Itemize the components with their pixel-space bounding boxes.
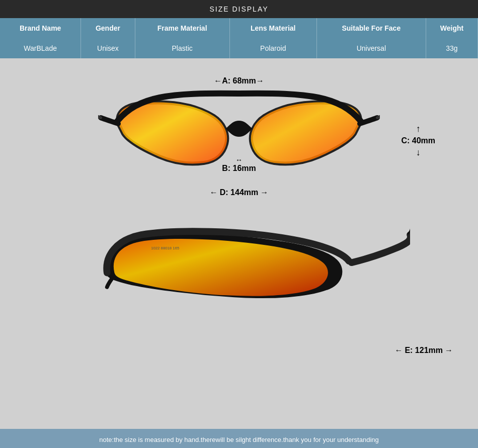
page-header: SIZE DISPLAY	[0, 0, 478, 18]
dim-e-group: ← E: 121mm →	[394, 346, 453, 355]
diagram-area: ← A: 68mm →	[0, 58, 478, 448]
dim-d-text: D: 144mm	[220, 188, 258, 197]
header-title: SIZE DISPLAY	[209, 5, 268, 13]
val-gender: Unisex	[81, 38, 135, 58]
col-weight: Weight	[426, 18, 477, 38]
dim-d-label: ← D: 144mm →	[210, 188, 268, 197]
col-lens-material: Lens Material	[229, 18, 316, 38]
val-weight: 33g	[426, 38, 477, 58]
col-frame-material: Frame Material	[135, 18, 229, 38]
product-info-table: Brand Name Gender Frame Material Lens Ma…	[0, 18, 478, 58]
footer-note-text: note:the size is measured by hand.therew…	[99, 436, 378, 443]
dim-b-group: ↔ B: 16mm	[222, 156, 256, 173]
side-view-diagram: 1022 88018 165 ← E: 121mm →	[15, 219, 463, 365]
glasses-side-svg: 1022 88018 165	[68, 219, 410, 350]
val-lens-material: Polaroid	[229, 38, 316, 58]
dim-c-text: C: 40mm	[401, 136, 435, 145]
col-gender: Gender	[81, 18, 135, 38]
dim-c-group: ↑ C: 40mm ↓	[401, 124, 435, 158]
svg-text:1022  88018  165: 1022 88018 165	[151, 246, 179, 250]
dim-a-label: ← A: 68mm →	[214, 76, 264, 85]
val-frame-material: Plastic	[135, 38, 229, 58]
footer-note: note:the size is measured by hand.therew…	[0, 429, 478, 448]
col-suitable-for-face: Suitable For Face	[316, 18, 426, 38]
glasses-front-svg	[98, 88, 380, 189]
val-brand-name: WarBLade	[0, 38, 81, 58]
dim-b-text: B: 16mm	[222, 164, 256, 173]
dim-e-text: E: 121mm	[405, 346, 443, 355]
dim-a-text: A: 68mm	[222, 76, 256, 85]
col-brand-name: Brand Name	[0, 18, 81, 38]
front-view-diagram: ← A: 68mm →	[15, 68, 463, 214]
val-suitable-for-face: Universal	[316, 38, 426, 58]
